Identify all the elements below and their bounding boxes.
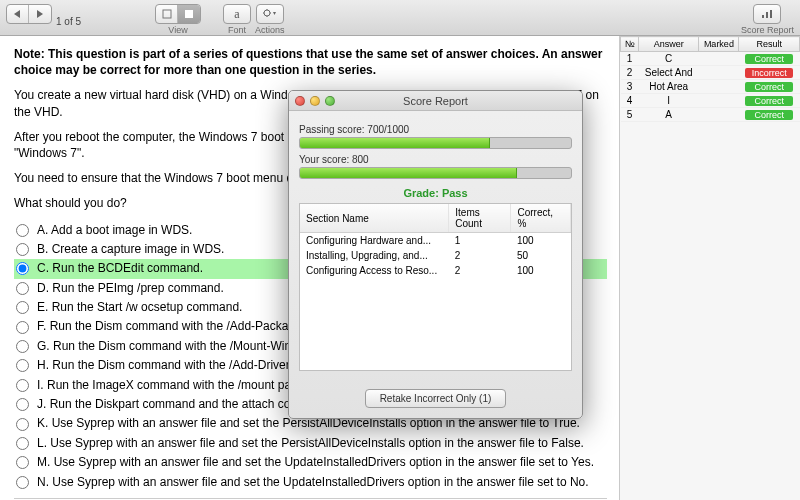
col-n[interactable]: № (621, 37, 639, 52)
score-label: Score Report (741, 25, 794, 35)
next-button[interactable] (29, 5, 51, 23)
svg-rect-5 (766, 12, 768, 18)
choice-label: A. Add a boot image in WDS. (37, 222, 192, 239)
choice-label: H. Run the Dism command with the /Add-Dr… (37, 357, 329, 374)
choice-radio[interactable] (16, 262, 29, 275)
view-group: View (155, 2, 201, 35)
col-section[interactable]: Section Name (300, 204, 449, 233)
svg-rect-1 (185, 10, 189, 18)
svg-rect-2 (189, 10, 193, 18)
score-group: Score Report (741, 2, 794, 35)
table-row: Configuring Access to Reso...2100 (300, 263, 571, 278)
table-row[interactable]: 3Hot AreaCorrect (621, 80, 800, 94)
view-split-button[interactable] (178, 5, 200, 23)
passing-label: Passing score: 700/1000 (299, 124, 572, 135)
yourscore-label: Your score: 800 (299, 154, 572, 165)
col-items[interactable]: Items Count (449, 204, 511, 233)
svg-rect-6 (770, 10, 772, 18)
choice-radio[interactable] (16, 379, 29, 392)
actions-button[interactable] (257, 5, 283, 23)
view-seg (155, 4, 201, 24)
col-result[interactable]: Result (739, 37, 800, 52)
retake-button[interactable]: Retake Incorrect Only (1) (365, 389, 507, 408)
svg-point-3 (264, 10, 270, 16)
choice-radio[interactable] (16, 398, 29, 411)
choice-label: D. Run the PEImg /prep command. (37, 280, 224, 297)
modal-title: Score Report (289, 95, 582, 107)
choice-label: E. Run the Start /w ocsetup command. (37, 299, 242, 316)
font-label: Font (228, 25, 246, 35)
choice-radio[interactable] (16, 321, 29, 334)
view-single-button[interactable] (156, 5, 178, 23)
table-row: Installing, Upgrading, and...250 (300, 248, 571, 263)
choice-label: C. Run the BCDEdit command. (37, 260, 203, 277)
nav-seg (6, 4, 52, 24)
col-correct[interactable]: Correct, % (511, 204, 571, 233)
modal-titlebar[interactable]: Score Report (289, 91, 582, 111)
choice-l[interactable]: L. Use Syprep with an answer file and se… (14, 434, 607, 453)
view-label: View (168, 25, 187, 35)
choice-radio[interactable] (16, 243, 29, 256)
position-label: 1 of 5 (56, 16, 81, 27)
table-row[interactable]: 2Select AndIncorrect (621, 66, 800, 80)
choice-radio[interactable] (16, 418, 29, 431)
choice-radio[interactable] (16, 340, 29, 353)
passing-progress (299, 137, 572, 149)
choice-m[interactable]: M. Use Syprep with an answer file and se… (14, 453, 607, 472)
actions-group: Actions (255, 2, 285, 35)
table-row[interactable]: 1CCorrect (621, 52, 800, 66)
prev-button[interactable] (7, 5, 29, 23)
score-table: № Answer Marked Result 1CCorrect2Select … (620, 36, 800, 122)
choice-label: M. Use Syprep with an answer file and se… (37, 454, 594, 471)
choice-radio[interactable] (16, 456, 29, 469)
choice-radio[interactable] (16, 224, 29, 237)
svg-rect-0 (163, 10, 171, 18)
col-answer[interactable]: Answer (639, 37, 699, 52)
choice-radio[interactable] (16, 359, 29, 372)
col-marked[interactable]: Marked (699, 37, 739, 52)
choice-radio[interactable] (16, 476, 29, 489)
grade-label: Grade: Pass (299, 187, 572, 199)
score-report-modal: Score Report Passing score: 700/1000 You… (288, 90, 583, 419)
choice-radio[interactable] (16, 282, 29, 295)
table-row[interactable]: 4ICorrect (621, 94, 800, 108)
note-text: Note: This question is part of a series … (14, 46, 607, 78)
sections-table: Section Name Items Count Correct, % Conf… (299, 203, 572, 371)
actions-label: Actions (255, 25, 285, 35)
choice-radio[interactable] (16, 437, 29, 450)
score-report-button[interactable] (754, 5, 780, 23)
choice-label: L. Use Syprep with an answer file and se… (37, 435, 584, 452)
font-button[interactable]: a (224, 5, 250, 23)
nav-group: . (6, 2, 52, 35)
yourscore-progress (299, 167, 572, 179)
font-group: a Font (223, 2, 251, 35)
choice-radio[interactable] (16, 301, 29, 314)
table-row[interactable]: 5ACorrect (621, 108, 800, 122)
table-row: Configuring Hardware and...1100 (300, 233, 571, 249)
toolbar: . 1 of 5 View a Font Actions Score Repor… (0, 0, 800, 36)
choice-label: N. Use Syprep with an answer file and se… (37, 474, 589, 491)
choice-n[interactable]: N. Use Syprep with an answer file and se… (14, 473, 607, 492)
choice-label: B. Create a capture image in WDS. (37, 241, 224, 258)
svg-rect-4 (762, 15, 764, 18)
score-sidebar: № Answer Marked Result 1CCorrect2Select … (620, 36, 800, 500)
